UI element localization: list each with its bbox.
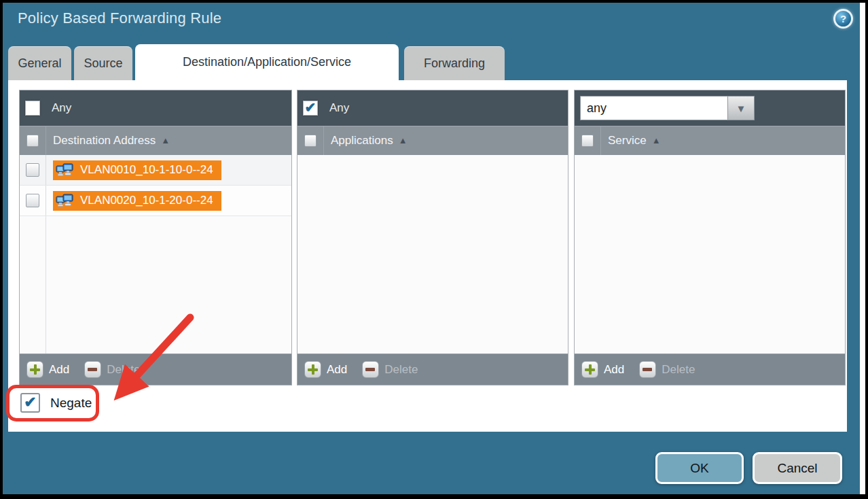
service-select-all-checkbox[interactable]	[581, 135, 594, 147]
negate-row: ✔ Negate	[20, 393, 92, 413]
applications-list-body	[297, 155, 568, 354]
tab-destination-application-service[interactable]: Destination/Application/Service	[135, 44, 399, 80]
dialog-title: Policy Based Forwarding Rule	[18, 10, 221, 27]
address-object-tag[interactable]: VLAN0010_10-1-10-0--24	[53, 160, 221, 180]
applications-any-bar: ✔ Any	[297, 90, 568, 126]
tab-source[interactable]: Source	[74, 46, 132, 80]
destination-select-all-checkbox[interactable]	[26, 135, 39, 147]
cancel-button[interactable]: Cancel	[753, 452, 842, 484]
sort-ascending-icon: ▲	[161, 135, 170, 145]
service-dropdown[interactable]: any ▼	[580, 96, 755, 120]
negate-label: Negate	[50, 396, 92, 411]
applications-column-title: Applications	[331, 134, 393, 148]
destination-column-title: Destination Address	[53, 134, 156, 148]
service-panel: any ▼ Service ▲ Add Delete	[574, 90, 846, 385]
address-object-label: VLAN0010_10-1-10-0--24	[80, 163, 213, 177]
service-panel-footer: Add Delete	[575, 354, 845, 385]
applications-panel: ✔ Any Applications ▲ Add Delete	[297, 90, 568, 385]
destination-panel-footer: Add Delete	[20, 354, 291, 385]
delete-button[interactable]: Delete	[662, 363, 695, 377]
tab-content-area: Any Destination Address ▲	[8, 80, 847, 432]
service-column-title: Service	[608, 134, 647, 148]
applications-select-all-checkbox[interactable]	[304, 135, 317, 147]
applications-panel-footer: Add Delete	[297, 354, 568, 385]
table-row[interactable]: VLAN0010_10-1-10-0--24	[20, 155, 291, 186]
service-header-checkbox-cell	[575, 126, 601, 155]
destination-list-body: VLAN0010_10-1-10-0--24	[20, 155, 291, 354]
add-plus-icon[interactable]	[581, 361, 598, 378]
address-object-tag[interactable]: VLAN0020_10-1-20-0--24	[53, 191, 221, 211]
add-plus-icon[interactable]	[304, 361, 321, 378]
add-button[interactable]: Add	[49, 363, 69, 377]
delete-button[interactable]: Delete	[107, 363, 140, 377]
applications-any-checkbox[interactable]: ✔	[303, 101, 318, 116]
destination-any-label: Any	[52, 101, 71, 115]
add-button[interactable]: Add	[327, 363, 347, 377]
chevron-down-icon: ▼	[736, 103, 746, 114]
ok-button[interactable]: OK	[655, 452, 744, 484]
applications-any-label: Any	[329, 101, 349, 115]
table-row[interactable]: VLAN0020_10-1-20-0--24	[20, 186, 291, 216]
sort-ascending-icon: ▲	[652, 135, 661, 145]
negate-checkbox[interactable]: ✔	[20, 393, 40, 413]
dropdown-arrow-button[interactable]: ▼	[728, 96, 755, 120]
destination-any-bar: Any	[20, 90, 291, 126]
tab-forwarding[interactable]: Forwarding	[404, 46, 505, 80]
row-checkbox[interactable]	[26, 194, 39, 207]
delete-minus-icon[interactable]	[639, 361, 656, 378]
destination-any-checkbox[interactable]	[25, 101, 40, 116]
service-column-header[interactable]: Service ▲	[575, 126, 845, 155]
destination-header-checkbox-cell	[20, 126, 46, 155]
row-checkbox-cell	[20, 155, 46, 185]
checkmark-icon: ✔	[24, 395, 36, 410]
address-object-label: VLAN0020_10-1-20-0--24	[80, 194, 213, 207]
row-checkbox-cell	[20, 186, 46, 216]
applications-column-header[interactable]: Applications ▲	[297, 126, 568, 155]
delete-minus-icon[interactable]	[362, 361, 379, 378]
add-button[interactable]: Add	[604, 363, 624, 377]
service-dropdown-value[interactable]: any	[580, 96, 728, 120]
sort-ascending-icon: ▲	[399, 135, 408, 145]
destination-column-header[interactable]: Destination Address ▲	[20, 126, 291, 155]
help-icon[interactable]: ?	[833, 9, 853, 29]
applications-header-checkbox-cell	[297, 126, 324, 155]
add-plus-icon[interactable]	[26, 361, 43, 378]
tab-general[interactable]: General	[8, 46, 71, 80]
destination-address-panel: Any Destination Address ▲	[19, 90, 292, 385]
page-background-strip	[860, 3, 865, 494]
checkmark-icon: ✔	[305, 101, 317, 114]
delete-minus-icon[interactable]	[84, 361, 101, 378]
screenshot-root: Policy Based Forwarding Rule ? General S…	[0, 0, 868, 499]
help-glyph: ?	[840, 13, 846, 24]
service-list-body	[575, 155, 845, 354]
network-address-icon	[56, 192, 75, 209]
row-checkbox[interactable]	[26, 163, 39, 177]
network-address-icon	[56, 162, 75, 178]
delete-button[interactable]: Delete	[384, 363, 418, 377]
service-dropdown-bar: any ▼	[575, 90, 845, 126]
